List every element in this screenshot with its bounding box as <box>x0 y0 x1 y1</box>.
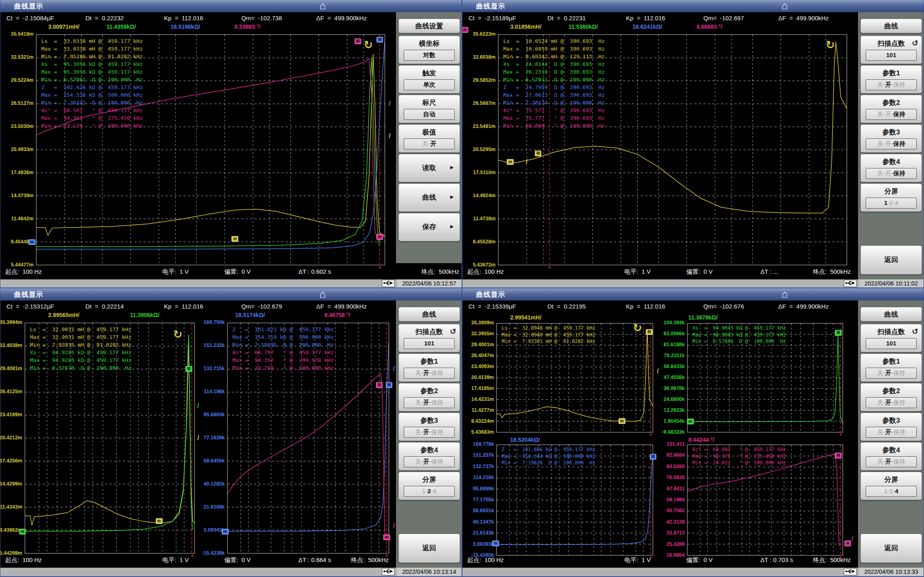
menu-value-box[interactable]: 1-2-4 <box>866 486 917 497</box>
menu-button-2[interactable]: 参数1关-开-保持 <box>860 353 922 382</box>
back-button[interactable]: 返回 <box>398 534 460 563</box>
marker-m-badge[interactable]: m <box>377 234 383 240</box>
sweep-plot[interactable]: θz° = 68.985 ° @ 459.177 kHzMax = 94.375… <box>687 445 843 556</box>
menu-button-6[interactable]: 分屏1-2-4 <box>860 472 922 500</box>
menu-value-box[interactable]: 1-2-4 <box>866 198 917 209</box>
marker-m-badge[interactable]: m <box>155 518 162 524</box>
sweep-plot[interactable]: Z = 101.666 kΩ @ 459.177 kHzMax = 154.34… <box>496 445 653 556</box>
menu-value-box[interactable]: 101 <box>866 50 917 61</box>
home-icon[interactable]: ⌂ <box>781 288 788 300</box>
menu-value-box[interactable]: 101 <box>866 338 917 349</box>
marker-M-badge[interactable]: M <box>185 366 192 372</box>
menu-button-1[interactable]: 扫描点数↺101 <box>860 324 922 352</box>
marker-M-badge[interactable]: M <box>535 151 541 156</box>
sweep-plot[interactable]: Z = 101.821 kΩ @ 459.177 kHzMax = 154.31… <box>227 323 389 554</box>
menu-value-box[interactable]: 关-开-保持 <box>866 397 917 408</box>
menu-button-1[interactable]: 横坐标对数 <box>398 36 460 64</box>
menu-value-box[interactable]: 对数 <box>404 50 455 61</box>
marker-M-badge[interactable]: M <box>650 454 656 460</box>
home-icon[interactable]: ⌂ <box>319 288 326 300</box>
menu-button-2[interactable]: 参数1关-开-保持 <box>860 65 922 94</box>
marker-M-badge[interactable]: M <box>376 382 383 388</box>
menu-button-2[interactable]: 参数1关-开-保持 <box>398 353 460 382</box>
menu-value-box[interactable]: 关-开-保持 <box>866 368 917 379</box>
legend-line: Z = 102.428 kΩ @ 459.177 kHz <box>41 83 143 91</box>
menu-button-5[interactable]: 参数4关-开-保持 <box>860 442 922 471</box>
marker-M-badge[interactable]: M <box>377 37 383 43</box>
lcr-meter-four-screens: 曲线显示⌂Ct = -2.15084µFDt = 0.22232Kp = 112… <box>0 0 924 577</box>
marker-m-badge[interactable]: m <box>383 534 390 540</box>
menu-button-3[interactable]: 参数2关-开-保持 <box>398 383 460 411</box>
measured-param: ΔF = 499.900kHz <box>316 15 367 21</box>
menu-value-box[interactable]: 101 <box>404 338 455 349</box>
menu-value-box[interactable]: 关-开-保持 <box>866 427 917 438</box>
menu-value-box[interactable]: 关-开-保持 <box>866 79 917 90</box>
trace-legend: Z = 101.821 kΩ @ 459.177 kHzMax = 154.31… <box>232 326 334 372</box>
menu-option: 保持 <box>431 399 443 406</box>
menu-value-box[interactable]: 关-开-保持 <box>404 427 455 438</box>
marker-M-badge[interactable]: M <box>386 382 392 388</box>
sweep-plot[interactable]: Ls = 33.0338 mH @ 459.177 kHzMax = 33.03… <box>36 34 385 265</box>
menu-button-4[interactable]: 参数3关-开-保持 <box>860 124 922 153</box>
menu-value-box[interactable]: 关-开-保持 <box>404 397 455 408</box>
marker-m-badge[interactable]: m <box>618 418 625 424</box>
home-icon[interactable]: ⌂ <box>319 0 326 12</box>
menu-button-1[interactable]: 扫描点数↺101 <box>860 36 922 64</box>
menu-value-box[interactable]: 自动 <box>404 109 455 120</box>
menu-value-box[interactable]: 1-2-4 <box>404 486 455 497</box>
back-button[interactable]: 返回 <box>860 534 922 563</box>
menu-value-box[interactable]: 关-开-保持 <box>866 168 917 179</box>
marker-m-badge[interactable]: m <box>492 541 499 546</box>
menu-value-box[interactable]: 关-开-保持 <box>404 456 455 467</box>
back-button[interactable]: 返回 <box>860 245 922 275</box>
menu-button-5[interactable]: 参数4关-开-保持 <box>398 442 460 471</box>
submenu-arrow-icon: ► <box>449 223 455 230</box>
sweep-plot[interactable]: Ls = 32.9031 mH @ 459.177 kHzMax = 32.90… <box>25 323 195 554</box>
menu-value-box[interactable]: 关-开-保持 <box>866 109 917 120</box>
scale-per-div-label: 18.5204kΩ/ <box>510 436 540 443</box>
menu-button-label: 参数2 <box>861 98 922 107</box>
menu-button-6[interactable]: 曲线► <box>398 183 460 212</box>
menu-button-3[interactable]: 参数2关-开-保持 <box>860 95 922 123</box>
menu-value-box[interactable]: 单次 <box>404 79 455 90</box>
menu-button-4[interactable]: 参数3关-开-保持 <box>398 413 460 441</box>
menu-value-box[interactable]: 关-开 <box>404 138 455 149</box>
marker-m-badge[interactable]: m <box>221 529 228 534</box>
menu-button-6[interactable]: 分屏1-2-4 <box>398 472 460 500</box>
home-icon[interactable]: ⌂ <box>781 0 788 12</box>
marker-m-badge[interactable]: m <box>462 27 468 33</box>
legend-line: Max = 26.2318 Ω @ 390.693 Hz <box>503 68 605 76</box>
menu-button-4[interactable]: 参数3关-开-保持 <box>860 413 922 441</box>
marker-m-badge[interactable]: m <box>28 239 35 245</box>
sweep-plot[interactable]: Ls = 32.8948 mH @ 459.177 kHzMax = 32.89… <box>496 323 653 432</box>
marker-M-badge[interactable]: M <box>835 453 841 458</box>
menu-button-5[interactable]: 读取► <box>398 154 460 182</box>
marker-M-badge[interactable]: M <box>835 330 841 336</box>
menu-value-box[interactable]: 关-开-保持 <box>866 138 917 149</box>
menu-button-1[interactable]: 扫描点数↺101 <box>398 324 460 352</box>
menu-value-box[interactable]: 关-开-保持 <box>404 368 455 379</box>
menu-button-2[interactable]: 触发单次 <box>398 65 460 94</box>
marker-m-badge[interactable]: m <box>507 159 514 165</box>
marker-M-badge[interactable]: M <box>355 38 361 44</box>
y-axis-tick-label: 24.6800k <box>653 396 685 402</box>
sweep-plot[interactable]: Ls = 10.6524 mH @ 390.693 HzMax = 10.685… <box>498 34 847 265</box>
sweep-setting-readout: 电平: 1 V <box>162 556 189 564</box>
menu-button-3[interactable]: 参数2关-开-保持 <box>860 383 922 411</box>
marker-m-badge[interactable]: m <box>232 236 238 242</box>
y-axis-tick-label: 5.43672m <box>464 262 496 268</box>
menu-button-6[interactable]: 分屏1-2-4 <box>860 183 922 212</box>
menu-option-active: 开 <box>423 458 429 465</box>
menu-button-3[interactable]: 标尺自动 <box>398 95 460 123</box>
y-axis-tick-label: 35.3994m <box>0 319 22 325</box>
menu-button-4[interactable]: 极值关-开 <box>398 124 460 153</box>
menu-button-7[interactable]: 保存► <box>398 213 460 241</box>
marker-M-badge[interactable]: M <box>646 329 652 335</box>
menu-button-5[interactable]: 参数4关-开-保持 <box>860 154 922 182</box>
menu-value-box[interactable]: 关-开-保持 <box>866 456 917 467</box>
marker-m-badge[interactable]: m <box>687 419 694 424</box>
marker-m-badge[interactable]: m <box>19 529 26 534</box>
marker-m-badge[interactable]: m <box>844 541 851 546</box>
cursor-triangle-icon: ▲ <box>190 553 194 557</box>
sweep-plot[interactable]: Xs = 94.9045 kΩ @ 459.177 kHzMax = 94.90… <box>687 323 843 432</box>
